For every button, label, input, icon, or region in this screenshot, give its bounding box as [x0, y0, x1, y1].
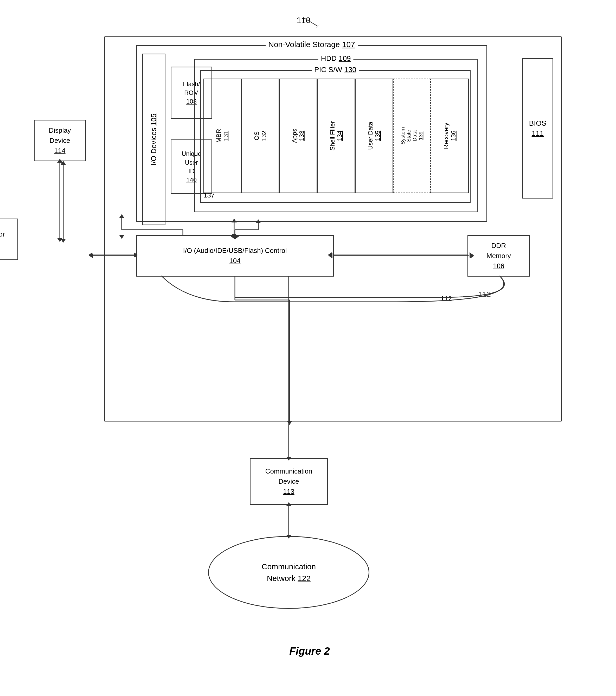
comm-device-ref: 113 — [283, 488, 294, 495]
pic-item-shell-filter-label: Shell Filter134 — [329, 121, 343, 151]
ddr-memory-label: DDR Memory106 — [484, 241, 514, 271]
figure-caption-text: Figure 2 — [289, 645, 330, 657]
pic-item-user-data-label: User Data135 — [367, 122, 381, 150]
hdd-label-text: HDD — [321, 54, 337, 62]
pic-sw-label: PIC S/W 130 — [312, 66, 359, 74]
bios-box: BIOS111 — [522, 58, 553, 199]
io-devices-box: I/O Devices 105 — [142, 53, 165, 225]
nvs-ref: 107 — [342, 40, 355, 49]
comm-network-ref: 122 — [298, 574, 311, 583]
pic-item-os: OS132 — [241, 79, 279, 193]
display-device-box: Display Device114 — [34, 120, 86, 161]
io-devices-text: I/O Devices — [149, 128, 158, 165]
bracket-137: 137 — [203, 191, 215, 199]
ddr-memory-ref: 106 — [493, 262, 504, 270]
nvs-label-text: Non-Volatile Storage — [268, 40, 340, 49]
pic-sw-ref: 130 — [344, 66, 357, 74]
svg-marker-8 — [119, 235, 124, 239]
pic-item-user-data: User Data135 — [355, 79, 393, 193]
svg-marker-18 — [61, 161, 66, 165]
ref-112-text: 112 — [441, 295, 452, 303]
pic-item-system-state-label: SystemStateData139 — [400, 127, 424, 145]
svg-marker-26 — [287, 421, 292, 425]
processor-box: Processor102 — [0, 219, 18, 260]
pic-items-container: MBR131 OS132 Apps133 Shell Filter134 — [203, 79, 469, 193]
bios-label: BIOS111 — [529, 118, 547, 139]
ddr-memory-box: DDR Memory106 — [468, 235, 530, 276]
svg-marker-7 — [119, 214, 124, 218]
bios-ref: 111 — [532, 129, 544, 137]
hdd-label: HDD 109 — [318, 54, 353, 63]
io-control-text: I/O (Audio/IDE/USB/Flash) Control — [183, 247, 287, 254]
hdd-box: HDD 109 PIC S/W 130 MBR131 — [194, 59, 478, 212]
pic-item-apps: Apps133 — [279, 79, 317, 193]
pic-item-os-label: OS132 — [253, 131, 268, 141]
display-device-ref: 114 — [54, 147, 65, 155]
io-control-box: I/O (Audio/IDE/USB/Flash) Control104 — [136, 235, 334, 276]
pic-item-recovery-label: Recovery136 — [442, 123, 457, 149]
pic-item-system-state: SystemStateData139 — [393, 79, 431, 193]
svg-marker-33 — [89, 252, 92, 257]
io-devices-label: I/O Devices 105 — [149, 113, 158, 165]
comm-device-label: CommunicationDevice113 — [265, 466, 312, 497]
pic-item-mbr-label: MBR131 — [215, 129, 230, 143]
comm-network-label: CommunicationNetwork 122 — [262, 561, 316, 584]
io-control-label: I/O (Audio/IDE/USB/Flash) Control104 — [183, 246, 287, 266]
ref-110-label: 110 — [297, 16, 310, 25]
pic-sw-box: PIC S/W 130 MBR131 OS132 — [200, 70, 471, 203]
arrow-110-svg — [304, 17, 325, 30]
display-device-label: Display Device114 — [47, 125, 73, 156]
svg-marker-1 — [316, 24, 319, 28]
bracket-137-text: 137 — [203, 191, 215, 199]
svg-marker-15 — [89, 253, 93, 258]
pic-item-shell-filter: Shell Filter134 — [317, 79, 355, 193]
pic-item-recovery: Recovery136 — [431, 79, 469, 193]
pic-item-mbr: MBR131 — [203, 79, 241, 193]
ref-112-label: 112 — [441, 295, 452, 303]
processor-label: Processor102 — [0, 229, 5, 250]
hdd-ref: 109 — [339, 54, 351, 62]
nvs-box: Non-Volatile Storage 107 I/O Devices 105… — [136, 45, 487, 222]
main-system-box: Non-Volatile Storage 107 I/O Devices 105… — [104, 36, 562, 422]
svg-marker-31 — [57, 238, 62, 242]
comm-network-ellipse: CommunicationNetwork 122 — [208, 536, 369, 609]
comm-device-box: CommunicationDevice113 — [250, 458, 328, 505]
svg-line-0 — [304, 18, 317, 26]
pic-item-apps-label: Apps133 — [291, 129, 305, 143]
svg-marker-19 — [61, 239, 66, 243]
io-devices-ref: 105 — [149, 113, 158, 126]
bios-label-text: BIOS — [529, 119, 547, 127]
diagram-container: 110 Non-Volatile Storage 107 I/O Devices… — [31, 16, 588, 666]
nvs-label: Non-Volatile Storage 107 — [266, 40, 358, 49]
io-control-ref: 104 — [229, 257, 240, 265]
pic-sw-label-text: PIC S/W — [314, 66, 342, 74]
figure-caption: Figure 2 — [289, 645, 330, 657]
